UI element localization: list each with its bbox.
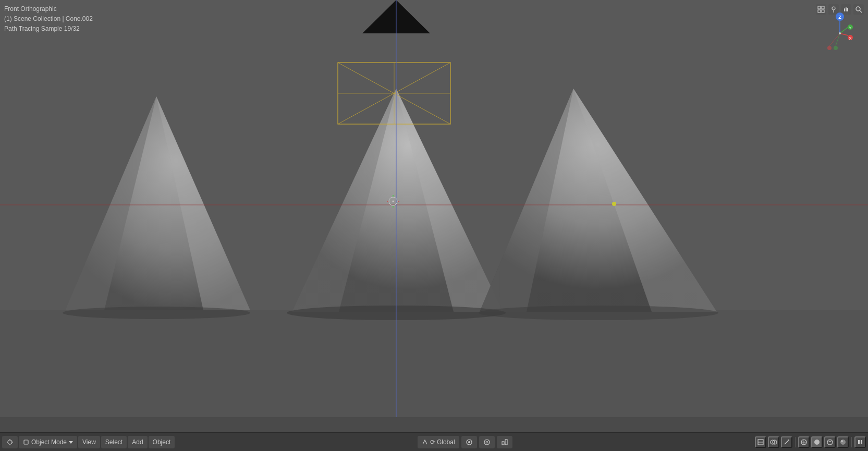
svg-point-45 (839, 32, 841, 34)
svg-rect-28 (846, 7, 847, 11)
svg-point-55 (484, 440, 490, 445)
svg-rect-73 (861, 440, 862, 444)
svg-line-43 (829, 33, 840, 46)
svg-point-5 (479, 306, 718, 320)
svg-rect-1 (0, 310, 868, 417)
svg-point-56 (486, 441, 488, 443)
solid-shading-button[interactable] (811, 436, 823, 448)
svg-rect-57 (502, 442, 504, 445)
bottom-toolbar: Object Mode View Select Add Object ⟳ Glo… (0, 432, 868, 451)
add-menu-button[interactable]: Add (128, 436, 147, 448)
svg-rect-27 (844, 8, 845, 11)
center-toolbar: ⟳ Global (176, 436, 754, 448)
svg-point-70 (840, 440, 846, 445)
svg-rect-23 (818, 10, 821, 13)
svg-marker-52 (69, 441, 73, 444)
global-label: ⟳ Global (430, 438, 455, 446)
view-label: View (82, 438, 96, 446)
svg-line-41 (840, 33, 848, 35)
rendered-shading-button[interactable] (837, 436, 849, 448)
svg-line-42 (840, 27, 848, 33)
svg-point-68 (814, 440, 820, 445)
view-layer-button[interactable] (755, 436, 766, 448)
axis-orientation-widget[interactable]: Z X Y (824, 13, 855, 54)
select-label: Select (105, 438, 123, 446)
object-mode-button[interactable]: Object Mode (19, 436, 77, 448)
right-toolbar (755, 436, 866, 448)
object-menu-button[interactable]: Object (149, 436, 175, 448)
svg-rect-29 (847, 8, 848, 11)
svg-text:Z: Z (838, 15, 841, 20)
view-menu-button[interactable]: View (78, 436, 100, 448)
material-shading-button[interactable] (824, 436, 836, 448)
add-label: Add (132, 438, 143, 446)
separator-2 (851, 437, 852, 447)
svg-point-25 (832, 7, 835, 10)
proportional-edit-button[interactable] (479, 436, 495, 448)
svg-line-44 (836, 33, 840, 46)
svg-rect-22 (822, 6, 824, 9)
svg-rect-51 (24, 440, 28, 444)
3d-viewport[interactable]: Front Orthographic (1) Scene Collection … (0, 0, 868, 417)
svg-rect-21 (818, 6, 821, 9)
svg-point-30 (856, 7, 860, 11)
wireframe-shading-button[interactable] (798, 436, 810, 448)
svg-line-63 (785, 440, 789, 444)
gizmo-button[interactable] (781, 436, 792, 448)
top-right-controls: Z X Y (816, 4, 864, 15)
svg-line-31 (860, 10, 862, 13)
transform-orientation-button[interactable]: ⟳ Global (418, 436, 459, 448)
pivot-button[interactable] (497, 436, 512, 448)
overlay-button[interactable] (768, 436, 779, 448)
object-label: Object (153, 438, 171, 446)
svg-point-46 (8, 440, 12, 444)
svg-text:X: X (849, 36, 852, 41)
svg-point-3 (63, 307, 250, 319)
svg-point-20 (612, 202, 616, 206)
snap-button[interactable] (461, 436, 477, 448)
svg-text:Y: Y (849, 26, 852, 30)
select-menu-button[interactable]: Select (101, 436, 127, 448)
svg-point-39 (834, 46, 838, 50)
svg-rect-58 (505, 440, 507, 445)
tool-settings-button[interactable] (2, 436, 18, 448)
svg-point-38 (827, 46, 832, 50)
svg-point-15 (393, 201, 394, 202)
render-pause-button[interactable] (854, 436, 866, 448)
mode-label: Object Mode (31, 438, 67, 446)
left-toolbar: Object Mode View Select Add Object (2, 436, 175, 448)
svg-rect-72 (858, 440, 860, 444)
svg-point-54 (468, 441, 470, 443)
scene-canvas (0, 0, 868, 417)
separator-1 (795, 437, 796, 447)
svg-point-71 (841, 440, 843, 442)
